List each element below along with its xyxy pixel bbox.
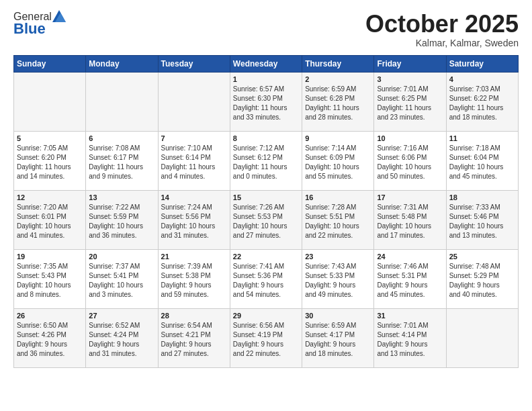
day-cell: 30Sunrise: 6:59 AM Sunset: 4:17 PM Dayli…	[302, 308, 374, 367]
weekday-header-wednesday: Wednesday	[230, 55, 302, 72]
day-cell	[446, 308, 518, 367]
day-info: Sunrise: 6:57 AM Sunset: 6:30 PM Dayligh…	[233, 85, 299, 122]
day-number: 13	[89, 193, 154, 201]
weekday-header-sunday: Sunday	[14, 55, 86, 72]
day-info: Sunrise: 7:08 AM Sunset: 6:17 PM Dayligh…	[89, 144, 154, 181]
day-cell	[158, 72, 230, 131]
day-info: Sunrise: 6:50 AM Sunset: 4:26 PM Dayligh…	[17, 321, 83, 359]
day-number: 24	[377, 253, 443, 261]
calendar-table: SundayMondayTuesdayWednesdayThursdayFrid…	[13, 55, 519, 368]
day-number: 20	[89, 253, 154, 261]
subtitle: Kalmar, Kalmar, Sweden	[365, 38, 519, 48]
logo: General Blue	[13, 11, 66, 38]
day-info: Sunrise: 7:20 AM Sunset: 6:01 PM Dayligh…	[17, 203, 83, 240]
day-number: 16	[305, 193, 371, 201]
day-info: Sunrise: 7:48 AM Sunset: 5:29 PM Dayligh…	[449, 262, 515, 300]
day-number: 18	[449, 193, 515, 201]
day-cell: 1Sunrise: 6:57 AM Sunset: 6:30 PM Daylig…	[230, 72, 302, 131]
day-number: 19	[17, 253, 83, 261]
day-info: Sunrise: 7:26 AM Sunset: 5:53 PM Dayligh…	[233, 203, 299, 240]
day-cell: 26Sunrise: 6:50 AM Sunset: 4:26 PM Dayli…	[14, 308, 86, 367]
day-info: Sunrise: 7:41 AM Sunset: 5:36 PM Dayligh…	[233, 262, 299, 300]
day-info: Sunrise: 6:56 AM Sunset: 4:19 PM Dayligh…	[233, 321, 299, 359]
calendar-page: General Blue October 2025 Kalmar, Kalmar…	[0, 0, 532, 379]
day-number: 21	[161, 253, 227, 261]
day-number: 12	[17, 193, 83, 201]
day-cell: 27Sunrise: 6:52 AM Sunset: 4:24 PM Dayli…	[86, 308, 158, 367]
day-info: Sunrise: 7:24 AM Sunset: 5:56 PM Dayligh…	[161, 203, 227, 240]
day-number: 28	[161, 312, 227, 320]
day-cell: 10Sunrise: 7:16 AM Sunset: 6:06 PM Dayli…	[374, 131, 446, 190]
day-info: Sunrise: 6:54 AM Sunset: 4:21 PM Dayligh…	[161, 321, 227, 359]
week-row-2: 5Sunrise: 7:05 AM Sunset: 6:20 PM Daylig…	[14, 131, 519, 190]
logo-icon	[52, 10, 66, 22]
day-cell: 14Sunrise: 7:24 AM Sunset: 5:56 PM Dayli…	[158, 190, 230, 249]
day-cell: 8Sunrise: 7:12 AM Sunset: 6:12 PM Daylig…	[230, 131, 302, 190]
day-info: Sunrise: 6:59 AM Sunset: 4:17 PM Dayligh…	[305, 321, 371, 359]
day-cell: 22Sunrise: 7:41 AM Sunset: 5:36 PM Dayli…	[230, 249, 302, 308]
day-number: 26	[17, 312, 83, 320]
weekday-header-thursday: Thursday	[302, 55, 374, 72]
day-cell: 23Sunrise: 7:43 AM Sunset: 5:33 PM Dayli…	[302, 249, 374, 308]
day-info: Sunrise: 7:12 AM Sunset: 6:12 PM Dayligh…	[233, 144, 299, 181]
day-number: 17	[377, 193, 443, 201]
day-info: Sunrise: 7:46 AM Sunset: 5:31 PM Dayligh…	[377, 262, 443, 300]
day-cell: 21Sunrise: 7:39 AM Sunset: 5:38 PM Dayli…	[158, 249, 230, 308]
week-row-4: 19Sunrise: 7:35 AM Sunset: 5:43 PM Dayli…	[14, 249, 519, 308]
day-cell: 18Sunrise: 7:33 AM Sunset: 5:46 PM Dayli…	[446, 190, 518, 249]
weekday-header-monday: Monday	[86, 55, 158, 72]
day-number: 23	[305, 253, 371, 261]
day-cell	[86, 72, 158, 131]
day-number: 14	[161, 193, 227, 201]
day-info: Sunrise: 7:10 AM Sunset: 6:14 PM Dayligh…	[161, 144, 227, 181]
day-number: 4	[449, 75, 515, 83]
day-number: 1	[233, 75, 299, 83]
day-cell	[14, 72, 86, 131]
week-row-1: 1Sunrise: 6:57 AM Sunset: 6:30 PM Daylig…	[14, 72, 519, 131]
day-cell: 16Sunrise: 7:28 AM Sunset: 5:51 PM Dayli…	[302, 190, 374, 249]
day-info: Sunrise: 7:01 AM Sunset: 6:25 PM Dayligh…	[377, 85, 443, 122]
day-cell: 11Sunrise: 7:18 AM Sunset: 6:04 PM Dayli…	[446, 131, 518, 190]
day-info: Sunrise: 7:22 AM Sunset: 5:59 PM Dayligh…	[89, 203, 154, 240]
day-info: Sunrise: 6:52 AM Sunset: 4:24 PM Dayligh…	[89, 321, 154, 359]
day-number: 8	[233, 134, 299, 142]
day-number: 11	[449, 134, 515, 142]
day-cell: 2Sunrise: 6:59 AM Sunset: 6:28 PM Daylig…	[302, 72, 374, 131]
day-cell: 24Sunrise: 7:46 AM Sunset: 5:31 PM Dayli…	[374, 249, 446, 308]
day-number: 15	[233, 193, 299, 201]
month-title: October 2025	[365, 11, 519, 38]
day-cell: 20Sunrise: 7:37 AM Sunset: 5:41 PM Dayli…	[86, 249, 158, 308]
day-cell: 25Sunrise: 7:48 AM Sunset: 5:29 PM Dayli…	[446, 249, 518, 308]
week-row-3: 12Sunrise: 7:20 AM Sunset: 6:01 PM Dayli…	[14, 190, 519, 249]
day-cell: 9Sunrise: 7:14 AM Sunset: 6:09 PM Daylig…	[302, 131, 374, 190]
day-number: 10	[377, 134, 443, 142]
weekday-header-saturday: Saturday	[446, 55, 518, 72]
weekday-header-friday: Friday	[374, 55, 446, 72]
day-cell: 6Sunrise: 7:08 AM Sunset: 6:17 PM Daylig…	[86, 131, 158, 190]
day-number: 7	[161, 134, 227, 142]
weekday-header-tuesday: Tuesday	[158, 55, 230, 72]
day-info: Sunrise: 7:37 AM Sunset: 5:41 PM Dayligh…	[89, 262, 154, 300]
day-info: Sunrise: 7:16 AM Sunset: 6:06 PM Dayligh…	[377, 144, 443, 181]
day-cell: 3Sunrise: 7:01 AM Sunset: 6:25 PM Daylig…	[374, 72, 446, 131]
day-info: Sunrise: 7:39 AM Sunset: 5:38 PM Dayligh…	[161, 262, 227, 300]
day-info: Sunrise: 7:18 AM Sunset: 6:04 PM Dayligh…	[449, 144, 515, 181]
day-number: 27	[89, 312, 154, 320]
day-info: Sunrise: 7:05 AM Sunset: 6:20 PM Dayligh…	[17, 144, 83, 181]
day-info: Sunrise: 7:28 AM Sunset: 5:51 PM Dayligh…	[305, 203, 371, 240]
day-number: 31	[377, 312, 443, 320]
day-number: 30	[305, 312, 371, 320]
day-number: 2	[305, 75, 371, 83]
day-info: Sunrise: 7:35 AM Sunset: 5:43 PM Dayligh…	[17, 262, 83, 300]
day-cell: 29Sunrise: 6:56 AM Sunset: 4:19 PM Dayli…	[230, 308, 302, 367]
day-number: 29	[233, 312, 299, 320]
day-cell: 13Sunrise: 7:22 AM Sunset: 5:59 PM Dayli…	[86, 190, 158, 249]
day-cell: 5Sunrise: 7:05 AM Sunset: 6:20 PM Daylig…	[14, 131, 86, 190]
day-info: Sunrise: 7:03 AM Sunset: 6:22 PM Dayligh…	[449, 85, 515, 122]
day-number: 6	[89, 134, 154, 142]
day-cell: 28Sunrise: 6:54 AM Sunset: 4:21 PM Dayli…	[158, 308, 230, 367]
day-cell: 31Sunrise: 7:01 AM Sunset: 4:14 PM Dayli…	[374, 308, 446, 367]
day-cell: 12Sunrise: 7:20 AM Sunset: 6:01 PM Dayli…	[14, 190, 86, 249]
day-number: 25	[449, 253, 515, 261]
logo-blue-text: Blue	[13, 20, 66, 38]
